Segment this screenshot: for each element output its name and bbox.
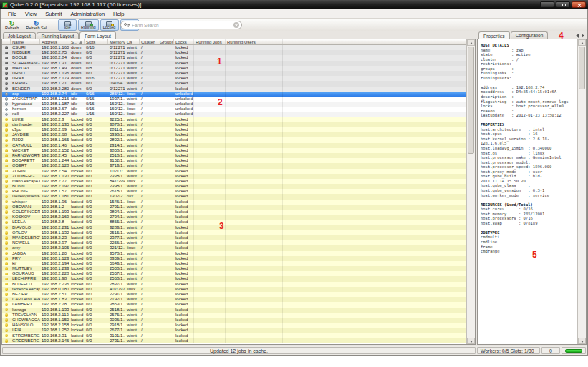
table-row[interactable]: BLOFELD 192.168.2.236 locked 0/0 2837/1.… [2,282,466,287]
menu-item[interactable]: File [4,10,21,18]
table-row[interactable]: FRY 192.168.1.123 locked 0/0 8309/1... w… [2,256,466,261]
table-row[interactable]: mano.escape.lo... 192.168.2.77 locked 0/… [2,179,466,184]
menu-item[interactable]: Help [109,10,128,18]
scroll-up-icon[interactable] [578,39,586,46]
table-row[interactable]: GREENBERG 192.168.2.146 locked 0/0 2731/… [2,338,466,343]
tab-scroll-left-icon[interactable] [576,34,579,38]
column-header[interactable]: S... [69,39,85,44]
table-row[interactable]: whisper 192.168.1.96 locked 0/0 1546/1..… [2,200,466,205]
table-row[interactable]: LAMBERT 192.168.2.78 locked 0/0 3853/1..… [2,302,466,307]
minimize-button[interactable] [540,1,554,8]
table-row[interactable]: DIAVOLO 192.168.2.231 locked 0/0 3283/1.… [2,225,466,230]
table-row[interactable]: CSURI 192.168.1.160 down 0/16 0/12271 wi… [2,45,466,50]
column-header[interactable]: Address [40,39,69,44]
table-row[interactable]: NIBBLER 192.168.2.75 down 0/0 0/12271 wi… [2,50,466,55]
column-header[interactable]: Name [11,39,40,44]
table-row[interactable]: CAPTAINCAVE... 192.168.1.83 locked 0/0 2… [2,297,466,302]
table-row[interactable]: LEIA 192.168.1.252 locked 0/0 2677/1... … [2,328,466,333]
panel-tab[interactable]: Configuration [511,31,549,39]
scrollbar-thumb[interactable] [468,47,474,154]
search-input[interactable] [129,23,233,28]
table-row[interactable]: WICKET 192.168.2.152 locked 0/0 3858/1..… [2,148,466,153]
table-row[interactable]: hypnotoad 192.168.1.187 idle 0/16 162/12… [2,102,466,107]
column-header[interactable]: Locks [174,39,194,44]
table-row[interactable]: BEZIER 192.168.2.51 locked 0/0 2291/1...… [2,292,466,297]
search-icon[interactable] [123,22,129,28]
toolbar-button[interactable]: ↻ Refresh Sel [23,19,49,31]
panel-tab[interactable]: Properties [478,31,510,39]
toolbar-button[interactable]: ↻ Refresh [2,19,21,31]
table-row[interactable]: KRANG 192.168.1.21 down 0/0 0/4094 winnt… [2,81,466,86]
scroll-up-icon[interactable] [467,39,475,46]
table-row[interactable]: amy 192.168.2.105 locked 0/0 321/12... l… [2,245,466,250]
layout-tab[interactable]: Farm Layout [79,31,116,39]
table-row[interactable]: DRAX 192.168.2.179 down 0/16 0/12271 win… [2,76,466,81]
column-header[interactable]: Cluster [140,39,158,44]
column-header[interactable]: Memory [108,39,125,44]
table-row[interactable]: OBEWAN 192.168.1.2 locked 0/0 2791/1... … [2,205,466,210]
table-row[interactable]: JABBA 192.168.1.20 locked 0/0 3578/1... … [2,251,466,256]
table-row[interactable]: ZOIDBERG 192.168.1.130 locked 0/0 2338/1… [2,174,466,179]
table-row[interactable]: noll 192.168.2.227 idle 1/16 160/12... l… [2,112,466,117]
toolbar-button[interactable]: Running [78,19,99,31]
table-row[interactable]: LUKE 192.168.2.3 locked 0/0 3225/1... wi… [2,117,466,122]
scrollbar-thumb[interactable] [579,47,585,89]
table-row[interactable]: GOLDFINGER 192.168.1.193 locked 0/0 3804… [2,210,466,215]
table-row[interactable]: hermes 192.168.2.67 idle 0/16 160/12... … [2,107,466,112]
scroll-down-icon[interactable] [467,338,475,344]
table-row[interactable]: darthvader 192.168.2.135 locked 0/0 3878… [2,122,466,127]
column-header[interactable]: Os [125,39,140,44]
column-header[interactable]: Slots [85,39,108,44]
layout-tab[interactable]: Job Layout [3,32,36,39]
table-row[interactable]: ORLOV 192.168.1.132 locked 0/0 2515/1...… [2,230,466,235]
layout-tab[interactable]: Running Layout [37,32,79,39]
table-row[interactable]: c3po 192.168.2.69 locked 0/0 2811/1... w… [2,127,466,132]
table-row[interactable]: LEELA 192.168.2.8 locked 0/0 8865/1... w… [2,220,466,225]
scroll-down-icon[interactable] [578,338,586,344]
table-row[interactable]: R2D2 192.168.1.165 locked 0/0 2802/1... … [2,137,466,142]
table-row[interactable]: terrence.escap... 192.168.0.180 locked 0… [2,287,466,292]
table-row[interactable]: JACKSTRAP 192.168.1.216 idle 0/16 1937/1… [2,97,466,102]
tab-scroll-right-icon[interactable] [582,34,584,38]
clear-search-icon[interactable] [233,22,239,28]
table-row[interactable]: JAYDEE 192.168.2.68 locked 0/0 5398/1...… [2,132,466,137]
menu-item[interactable]: Submit [41,10,66,18]
close-button[interactable] [572,1,586,8]
table-row[interactable]: BOBAFETT 192.168.1.244 locked 0/0 3152/1… [2,158,466,163]
panel-scrollbar[interactable] [577,39,586,344]
table-scrollbar[interactable] [466,39,475,344]
column-header[interactable]: Running Jobs [194,39,226,44]
table-row[interactable]: BOOLE 192.168.2.84 down 0/0 0/12271 winn… [2,55,466,60]
table-row[interactable]: BENDER 192.168.2.280 down 0/0 0/12271 wi… [2,87,466,92]
column-header[interactable]: Running Users [226,39,283,44]
toolbar-button[interactable]: Locked [100,19,119,31]
table-row[interactable]: kif 192.168.2.194 locked 0/0 5643/1... w… [2,261,466,266]
table-row[interactable]: MANDELBROT 192.168.2.23 locked 0/0 2377/… [2,235,466,240]
menu-item[interactable]: View [21,10,41,18]
column-header[interactable]: Groups [158,39,174,44]
table-row[interactable]: kanaga 192.168.1.133 locked 0/0 2518/1..… [2,308,466,313]
table-row[interactable]: CHEWBACCA 192.168.1.150 locked 0/0 3036/… [2,318,466,323]
maximize-button[interactable] [556,1,570,8]
table-row[interactable]: DRNO 192.168.1.136 down 0/0 0/12271 winn… [2,71,466,76]
table-row[interactable]: FARNSWORTH 192.168.2.45 locked 0/0 2518/… [2,153,466,158]
table-row[interactable]: ZORIN 192.168.2.54 locked 0/0 10217/... … [2,169,466,174]
table-row[interactable]: HANSOLO 192.168.2.158 locked 0/0 2918/1.… [2,323,466,328]
column-header[interactable] [283,39,466,44]
table-row[interactable]: STROMBERG 192.168.2.31 locked 0/0 3101/1… [2,333,466,338]
table-row[interactable]: KOSKOV 192.168.2.169 locked 0/0 2794/1..… [2,215,466,220]
table-row[interactable]: PHONG 192.168.1.57 locked 0/0 2618/1... … [2,189,466,194]
table-row[interactable]: CATMULL 192.168.1.46 locked 0/0 2314/1..… [2,143,466,148]
column-header[interactable] [2,39,11,44]
table-row[interactable]: MUTTLEY 192.168.1.233 locked 0/0 2508/1.… [2,266,466,271]
table-row[interactable]: Developments-... 192.168.1.181 locked 0/… [2,194,466,199]
menu-item[interactable]: Administration [67,10,110,18]
table-row[interactable]: MAYDAY 192.168.1.49 down 0/8 0/12271 win… [2,66,466,71]
table-row[interactable]: LECHIFFRE 192.168.1.98 locked 0/0 2568/1… [2,276,466,281]
table-row[interactable]: zap 192.168.2.74 idle 0/16 285/12... lin… [2,92,466,97]
table-row[interactable]: GOURAUD 192.168.2.228 locked 0/0 2557/1.… [2,271,466,276]
table-row[interactable]: NEWELL 192.168.2.97 locked 0/0 2256/1...… [2,240,466,245]
table-row[interactable]: BLINN 192.168.2.197 locked 0/0 2398/1...… [2,184,466,189]
table-row[interactable]: QBERT 192.168.2.128 locked 0/0 3713/1...… [2,163,466,168]
table-row[interactable]: TREVELYAN 192.168.2.113 locked 0/0 2575/… [2,313,466,318]
